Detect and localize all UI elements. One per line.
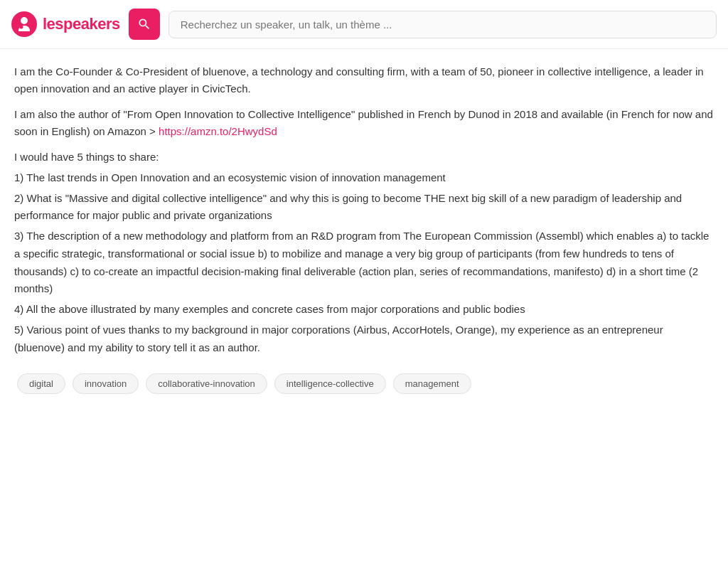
point4: 4) All the above illustrated by many exe… (14, 301, 714, 319)
main-content: I am the Co-Founder & Co-President of bl… (0, 49, 728, 411)
logo-text: lespeakers (43, 15, 120, 33)
svg-point-2 (20, 26, 23, 29)
svg-point-1 (21, 17, 28, 24)
search-button[interactable] (129, 9, 160, 40)
search-icon (137, 17, 151, 31)
tags-container: digitalinnovationcollaborative-innovatio… (14, 373, 714, 394)
logo-container: lespeakers (11, 11, 120, 37)
lespeakers-logo-icon (11, 11, 37, 37)
amazon-link[interactable]: https://amzn.to/2HwydSd (159, 125, 277, 137)
point2: 2) What is "Massive and digital collecti… (14, 190, 714, 225)
points-list: I would have 5 things to share: 1) The l… (14, 149, 714, 356)
header: lespeakers (0, 0, 728, 49)
search-input-container (168, 11, 717, 38)
tag-item[interactable]: management (393, 373, 471, 394)
tag-item[interactable]: intelligence-collective (274, 373, 386, 394)
tag-item[interactable]: innovation (73, 373, 139, 394)
book-info-text: I am also the author of "From Open Innov… (14, 106, 714, 140)
tag-item[interactable]: collaborative-innovation (146, 373, 267, 394)
point1: 1) The last trends in Open Innovation an… (14, 169, 714, 187)
share-intro: I would have 5 things to share: (14, 149, 714, 166)
tag-item[interactable]: digital (17, 373, 65, 394)
point3: 3) The description of a new methodology … (14, 228, 714, 298)
search-input[interactable] (168, 11, 717, 38)
intro-text: I am the Co-Founder & Co-President of bl… (14, 63, 714, 97)
point5: 5) Various point of vues thanks to my ba… (14, 321, 714, 357)
